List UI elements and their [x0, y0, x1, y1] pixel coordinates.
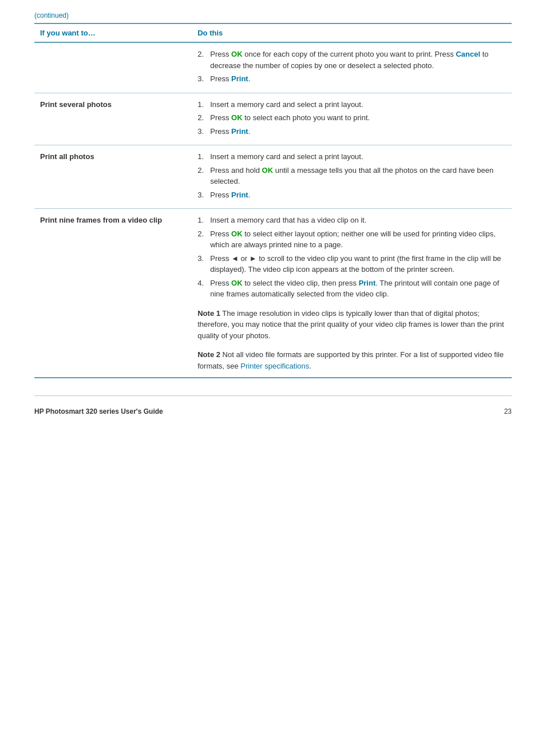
list-item: 1.Insert a memory card and select a prin… [197, 151, 506, 163]
list-item: 3.Press Print. [197, 126, 506, 137]
table-row: Print all photos1.Insert a memory card a… [34, 145, 512, 209]
note-link[interactable]: Printer specifications [240, 362, 309, 370]
list-item: 4.Press OK to select the video clip, the… [197, 278, 506, 300]
list-item: 2.Press OK to select either layout optio… [197, 228, 506, 251]
col2-cell: 1.Insert a memory card and select a prin… [192, 145, 512, 209]
note-block: Note 2 Not all video file formats are su… [197, 349, 506, 371]
list-item: 2.Press and hold OK until a message tell… [197, 165, 506, 187]
page-footer: HP Photosmart 320 series User's Guide 23 [34, 395, 512, 415]
footer-title: HP Photosmart 320 series User's Guide [34, 407, 163, 415]
list-item: 3.Press ◄ or ► to scroll to the video cl… [197, 253, 506, 275]
list-item: 1.Insert a memory card that has a video … [197, 215, 506, 226]
main-table: If you want to… Do this 2.Press OK once … [34, 23, 512, 378]
col1-cell: Print nine frames from a video clip [34, 209, 192, 378]
footer-page-number: 23 [504, 407, 512, 415]
table-row: 2.Press OK once for each copy of the cur… [34, 42, 512, 93]
col1-header: If you want to… [34, 23, 192, 42]
list-item: 2.Press OK once for each copy of the cur… [197, 49, 506, 71]
col1-cell: Print several photos [34, 93, 192, 145]
list-item: 3.Press Print. [197, 73, 506, 85]
col2-header: Do this [192, 23, 512, 42]
col2-cell: 1.Insert a memory card and select a prin… [192, 93, 512, 145]
list-item: 3.Press Print. [197, 189, 506, 201]
col1-cell [34, 42, 192, 93]
list-item: 2.Press OK to select each photo you want… [197, 112, 506, 124]
note-block: Note 1 The image resolution in video cli… [197, 308, 506, 342]
col1-cell: Print all photos [34, 145, 192, 209]
col2-cell: 1.Insert a memory card that has a video … [192, 209, 512, 378]
continued-label: (continued) [34, 11, 512, 19]
col2-cell: 2.Press OK once for each copy of the cur… [192, 42, 512, 93]
list-item: 1.Insert a memory card and select a prin… [197, 99, 506, 110]
table-row: Print nine frames from a video clip1.Ins… [34, 209, 512, 378]
table-row: Print several photos1.Insert a memory ca… [34, 93, 512, 145]
